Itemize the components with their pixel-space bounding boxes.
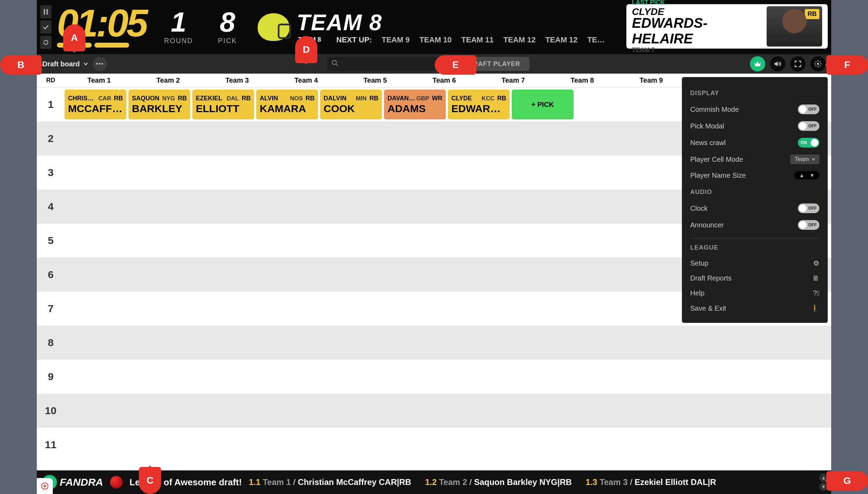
more-button[interactable]: •••	[93, 57, 107, 71]
pick-cell-empty[interactable]	[128, 294, 190, 324]
pick-cell-empty[interactable]	[128, 430, 190, 460]
fullscreen-icon[interactable]	[790, 56, 806, 72]
pick-cell-empty[interactable]	[512, 430, 574, 460]
toggle-pickmodal[interactable]: OFF	[798, 121, 819, 131]
pick-cell-empty[interactable]	[512, 362, 574, 392]
pick-cell-empty[interactable]	[448, 226, 510, 256]
pick-cell-empty[interactable]	[576, 294, 637, 324]
pick-cell-empty[interactable]	[192, 328, 254, 358]
pick-cell-empty[interactable]	[448, 328, 510, 358]
pick-cell-empty[interactable]	[128, 158, 190, 187]
pick-cell-empty[interactable]	[512, 158, 574, 187]
pick-cell-empty[interactable]	[192, 362, 254, 392]
pick-cell-empty[interactable]	[384, 192, 446, 221]
add-pick-button[interactable]: + PICK	[512, 90, 574, 119]
pick-cell-empty[interactable]	[576, 430, 637, 460]
team-column-header[interactable]: Team 7	[479, 76, 548, 84]
team-column-header[interactable]: Team 5	[341, 76, 410, 84]
pick-cell-empty[interactable]	[576, 158, 637, 187]
pick-cell-empty[interactable]	[448, 396, 510, 426]
pick-cell-empty[interactable]	[320, 294, 382, 324]
pick-cell-empty[interactable]	[512, 396, 574, 426]
pick-cell-empty[interactable]	[448, 192, 510, 221]
pick-cell-empty[interactable]	[128, 226, 190, 256]
pick-cell-empty[interactable]	[703, 430, 765, 460]
team-column-header[interactable]: Team 8	[548, 76, 617, 84]
link-reports[interactable]: Draft Reports🗎	[690, 271, 819, 286]
team-column-header[interactable]: Team 9	[617, 76, 686, 84]
pick-cell[interactable]: DALVINMIN RBCOOK	[320, 90, 382, 119]
pick-cell-empty[interactable]	[576, 124, 637, 153]
pick-cell-empty[interactable]	[448, 362, 510, 392]
pick-cell-empty[interactable]	[512, 294, 574, 324]
pick-cell-empty[interactable]	[703, 396, 765, 426]
pick-cell-empty[interactable]	[384, 396, 446, 426]
pick-cell-empty[interactable]	[192, 430, 254, 460]
pick-cell-empty[interactable]	[320, 192, 382, 221]
pick-cell-empty[interactable]	[192, 294, 254, 324]
pick-cell-empty[interactable]	[256, 260, 318, 290]
audio-icon[interactable]	[770, 56, 785, 72]
pick-cell-empty[interactable]	[384, 260, 446, 290]
team-column-header[interactable]: Team 1	[65, 76, 134, 84]
pick-cell-empty[interactable]	[448, 430, 510, 460]
pick-cell-empty[interactable]	[256, 294, 318, 324]
pick-cell-empty[interactable]	[65, 124, 126, 153]
pick-cell-empty[interactable]	[512, 328, 574, 358]
pick-cell-empty[interactable]	[128, 192, 190, 221]
pick-cell-empty[interactable]	[65, 260, 126, 290]
toggle-newscrawl[interactable]: ON	[798, 138, 819, 148]
redo-button[interactable]	[40, 36, 51, 49]
pick-cell-empty[interactable]	[192, 260, 254, 290]
view-selector[interactable]: Draft board	[42, 60, 88, 68]
stepper-playername[interactable]: ▲▼	[794, 171, 819, 179]
pick-cell-empty[interactable]	[576, 192, 637, 221]
toggle-commish[interactable]: OFF	[798, 104, 819, 114]
toggle-announcer[interactable]: OFF	[798, 220, 819, 230]
pick-cell-empty[interactable]	[65, 328, 126, 358]
pick-cell-empty[interactable]	[384, 362, 446, 392]
pick-cell-empty[interactable]	[448, 124, 510, 153]
pick-cell-empty[interactable]	[640, 430, 701, 460]
team-column-header[interactable]: Team 6	[410, 76, 479, 84]
link-setup[interactable]: Setup⚙	[690, 256, 819, 271]
pick-cell-empty[interactable]	[320, 430, 382, 460]
pick-cell-empty[interactable]	[767, 362, 829, 392]
link-help[interactable]: Help?⃝	[690, 286, 819, 301]
toggle-clock[interactable]: OFF	[798, 203, 819, 213]
last-pick-card[interactable]: LAST PICK CLYDE EDWARDS-HELAIRE TEAM 7 R…	[626, 4, 828, 49]
pick-cell-empty[interactable]	[256, 430, 318, 460]
pick-cell-empty[interactable]	[65, 192, 126, 221]
stepper-down-icon[interactable]: ▼	[810, 173, 815, 178]
pick-cell-empty[interactable]	[448, 158, 510, 187]
select-playercell[interactable]: Team	[790, 154, 819, 164]
pick-cell[interactable]: CLYDEKCC RBEDWARDS…	[448, 90, 510, 119]
pick-cell-empty[interactable]	[192, 396, 254, 426]
pick-cell-empty[interactable]	[320, 362, 382, 392]
pick-cell-empty[interactable]	[384, 226, 446, 256]
pick-cell-empty[interactable]	[256, 124, 318, 153]
pick-cell-empty[interactable]	[576, 90, 637, 119]
pick-cell-empty[interactable]	[640, 362, 701, 392]
pick-cell-empty[interactable]	[576, 226, 637, 256]
pick-cell-empty[interactable]	[640, 396, 701, 426]
team-column-header[interactable]: Team 2	[134, 76, 203, 84]
pick-cell[interactable]: EZEKIELDAL RBELLIOTT	[192, 90, 254, 119]
pick-cell[interactable]: DAVAN…GBP WRADAMS	[384, 90, 446, 119]
pick-cell-empty[interactable]	[576, 260, 637, 290]
team-column-header[interactable]: Team 3	[203, 76, 272, 84]
pick-cell-empty[interactable]	[128, 260, 190, 290]
pick-cell-empty[interactable]	[256, 396, 318, 426]
pick-cell-empty[interactable]	[65, 396, 126, 426]
pick-cell-empty[interactable]	[512, 260, 574, 290]
pick-cell-empty[interactable]	[256, 226, 318, 256]
pick-cell-empty[interactable]	[320, 124, 382, 153]
pick-cell-empty[interactable]	[65, 158, 126, 187]
pick-cell-empty[interactable]	[640, 328, 701, 358]
pick-cell-empty[interactable]	[512, 124, 574, 153]
pick-cell-empty[interactable]	[512, 226, 574, 256]
pick-cell[interactable]: SAQUONNYG RBBARKLEY	[128, 90, 190, 119]
pick-cell-empty[interactable]	[256, 328, 318, 358]
pick-cell-empty[interactable]	[384, 158, 446, 187]
premium-icon[interactable]	[750, 56, 765, 72]
